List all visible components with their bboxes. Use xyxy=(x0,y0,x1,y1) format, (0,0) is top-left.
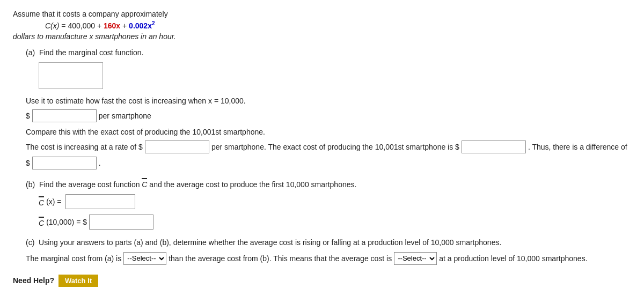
part-a-header: (a) Find the marginal cost function. xyxy=(26,48,631,57)
rate-mid-text: per smartphone. The exact cost of produc… xyxy=(211,143,459,151)
use-it-text: Use it to estimate how fast the cost is … xyxy=(26,97,631,105)
formula-0002x: 0.002x2 xyxy=(129,21,155,30)
than-average-text: than the average cost from (b). This mea… xyxy=(169,254,392,263)
intro-line2: dollars to manufacture x smartphones in … xyxy=(13,32,631,41)
difference-row: $ . xyxy=(26,157,631,169)
c10000-input[interactable] xyxy=(89,215,153,230)
per-smartphone-label: per smartphone xyxy=(99,112,151,120)
rate-end-text: . Thus, there is a difference of xyxy=(528,143,627,151)
formula-cx: C(x) xyxy=(45,21,59,30)
marginal-cost-input[interactable] xyxy=(39,62,103,89)
marginal-cost-prefix: The marginal cost from (a) is xyxy=(26,254,121,263)
rate-row: The cost is increasing at a rate of $ pe… xyxy=(26,141,631,153)
need-help-label: Need Help? xyxy=(13,276,54,285)
part-a-section: (a) Find the marginal cost function. Use… xyxy=(13,48,631,169)
c-bar-label: C xyxy=(142,178,147,189)
rate-input[interactable] xyxy=(145,141,209,153)
part-c-section: (c) Using your answers to parts (a) and … xyxy=(13,238,631,265)
part-b-section: (b) Find the average cost function C and… xyxy=(13,178,631,230)
part-b-header: (b) Find the average cost function C and… xyxy=(26,178,631,189)
dollar-sign-1: $ xyxy=(26,112,30,120)
per-smartphone-row: $ per smartphone xyxy=(26,109,631,122)
dollar-sign-2: $ xyxy=(26,159,30,167)
formula-160x: 160x xyxy=(104,21,120,30)
select-comparison[interactable]: --Select-- less greater equal xyxy=(123,252,166,265)
intro-line1: Assume that it costs a company approxima… xyxy=(13,10,631,18)
cx-bar-input[interactable] xyxy=(65,194,135,209)
compare-text: Compare this with the exact cost of prod… xyxy=(26,128,631,136)
need-help-section: Need Help? Watch It xyxy=(13,275,631,287)
formula-400k: 400,000 + xyxy=(68,21,104,30)
difference-input[interactable] xyxy=(32,157,97,169)
c10000-row: C (10,000) = $ xyxy=(39,215,631,230)
cost-increase-input[interactable] xyxy=(32,109,97,122)
formula-line: C(x) = 400,000 + 160x + 0.002x2 xyxy=(45,20,631,30)
watch-it-button[interactable]: Watch It xyxy=(58,275,98,287)
rate-prefix: The cost is increasing at a rate of $ xyxy=(26,143,143,151)
cx-bar-row: C (x) = xyxy=(39,194,631,209)
period: . xyxy=(99,159,101,167)
exact-cost-input[interactable] xyxy=(462,141,526,153)
part-c-header: (c) Using your answers to parts (a) and … xyxy=(26,238,631,247)
select-trend[interactable]: --Select-- rising falling constant xyxy=(394,252,437,265)
intro-section: Assume that it costs a company approxima… xyxy=(13,10,631,41)
at-production-text: at a production level of 10,000 smartpho… xyxy=(439,254,587,263)
part-c-answer-row: The marginal cost from (a) is --Select--… xyxy=(26,252,631,265)
